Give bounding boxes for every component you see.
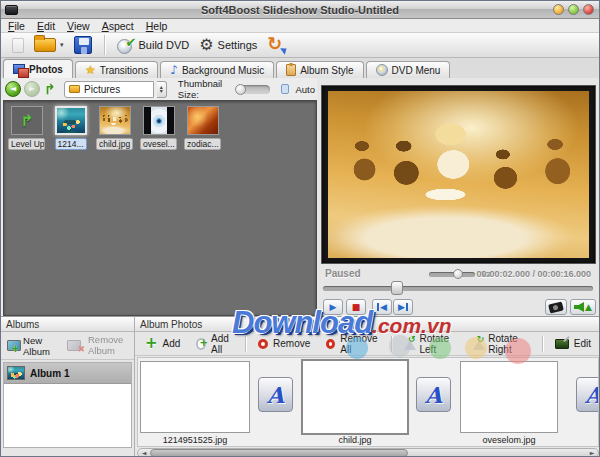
- scroll-left-icon: ◄: [142, 450, 147, 456]
- music-note-icon: ♪: [170, 64, 178, 76]
- new-document-icon: [12, 38, 24, 53]
- camera-icon: [548, 301, 564, 313]
- menu-aspect[interactable]: Aspect: [102, 20, 134, 32]
- strip-filename: oveselom.jpg: [460, 435, 558, 445]
- remove-album-icon: ✖: [67, 340, 84, 352]
- volume-button[interactable]: ▲: [570, 299, 596, 315]
- browser-item-1214[interactable]: 1214...: [52, 106, 89, 154]
- next-icon: ▶: [398, 303, 405, 312]
- plus-icon: +: [11, 343, 20, 354]
- toolbar-separator: [104, 35, 105, 55]
- transition-icon[interactable]: A: [258, 377, 293, 412]
- rotate-left-button[interactable]: ↺ Rotate Left: [399, 331, 460, 357]
- play-icon: ▶: [330, 303, 337, 312]
- add-all-label: Add All: [211, 333, 233, 355]
- stop-icon: ■: [352, 303, 361, 312]
- next-button[interactable]: ▶: [393, 299, 413, 315]
- title-bar: Soft4Boost Slideshow Studio-Untitled: [1, 1, 599, 19]
- back-button[interactable]: ◄: [5, 80, 21, 98]
- plus-icon: +: [199, 338, 207, 348]
- albums-header: Albums: [1, 317, 134, 332]
- open-dropdown-caret-icon[interactable]: ▾: [60, 42, 64, 49]
- browser-item-zodiac[interactable]: zodiac...: [184, 106, 221, 154]
- thumbnail-size-slider[interactable]: [236, 85, 270, 94]
- auto-checkbox[interactable]: [281, 84, 289, 94]
- strip-photo-1214951525[interactable]: [140, 361, 250, 433]
- browser-item-oveselom[interactable]: ovesel...: [140, 106, 177, 154]
- browser-item-level-up[interactable]: ↰ Level Up: [8, 106, 45, 154]
- volume-arrow-icon: ▲: [585, 303, 592, 312]
- playback-buttons-row: ▶ ■ ◀ ▶ ▲: [323, 299, 593, 316]
- clipboard-icon: [286, 64, 296, 76]
- open-project-button[interactable]: ▾: [29, 33, 69, 57]
- strip-photo-child[interactable]: [301, 359, 409, 435]
- forward-arrow-icon: ►: [29, 85, 35, 93]
- previous-button[interactable]: ◀: [372, 299, 392, 315]
- browser-nav-row: ◄ ► ↰ Pictures ▴ ▾ Thumbnail Size: Auto: [3, 78, 317, 100]
- snapshot-button[interactable]: [545, 299, 567, 315]
- edit-button[interactable]: Edit: [551, 336, 595, 351]
- browser-item-child[interactable]: child.jpg: [96, 106, 133, 154]
- underwater-thumbnail: [55, 106, 87, 135]
- browser-item-label: 1214...: [55, 138, 87, 150]
- remove-album-button[interactable]: ✖ Remove Album: [64, 333, 131, 358]
- speed-knob[interactable]: [453, 269, 463, 279]
- speed-slider[interactable]: [429, 272, 475, 277]
- album-name: Album 1: [30, 368, 69, 379]
- menu-file[interactable]: File: [8, 20, 25, 32]
- about-button[interactable]: ↻: [262, 33, 294, 57]
- browser-item-label: child.jpg: [96, 138, 133, 150]
- play-button[interactable]: ▶: [323, 299, 343, 315]
- new-album-button[interactable]: + New Album: [4, 333, 60, 359]
- save-project-button[interactable]: [69, 33, 97, 57]
- rotate-right-button[interactable]: ↻ Rotate Right: [468, 331, 534, 357]
- tab-album-style[interactable]: Album Style: [276, 61, 363, 78]
- tab-transitions-label: Transitions: [100, 65, 149, 76]
- preview-panel: Paused 1x 00:00:02.000 / 00:00:16.000 ▶ …: [317, 78, 599, 316]
- menu-help[interactable]: Help: [146, 20, 168, 32]
- settings-button[interactable]: ⚙ Settings: [194, 33, 262, 57]
- location-dropdown[interactable]: Pictures: [64, 81, 153, 98]
- menu-view[interactable]: View: [67, 20, 90, 32]
- minimize-button[interactable]: [553, 4, 564, 15]
- prev-bar-icon: [377, 303, 379, 311]
- transition-icon[interactable]: A: [416, 377, 451, 412]
- build-dvd-icon: ✔: [117, 36, 135, 54]
- scroll-left-button[interactable]: ◄: [139, 449, 149, 457]
- tab-photos[interactable]: Photos: [3, 59, 73, 78]
- forward-button[interactable]: ►: [24, 80, 40, 98]
- auto-label: Auto: [295, 84, 315, 95]
- tab-dvd-menu[interactable]: DVD Menu: [366, 61, 451, 78]
- seek-thumb[interactable]: [391, 281, 403, 295]
- menu-edit[interactable]: Edit: [37, 20, 55, 32]
- spinner-down-icon[interactable]: ▾: [160, 89, 163, 93]
- build-dvd-button[interactable]: ✔ Build DVD: [112, 33, 195, 57]
- album-list-item[interactable]: Album 1: [4, 363, 131, 384]
- tab-background-music[interactable]: ♪ Background Music: [160, 61, 274, 78]
- transition-icon[interactable]: A: [576, 377, 599, 412]
- toolbar-separator: [245, 336, 246, 352]
- edit-label: Edit: [574, 338, 591, 349]
- up-arrow-icon: ↰: [44, 82, 56, 96]
- location-spinner[interactable]: ▴ ▾: [157, 81, 167, 98]
- window-controls: [553, 4, 594, 15]
- seek-slider[interactable]: [323, 286, 593, 291]
- filmstrip-scrollbar[interactable]: ◄ ►: [137, 448, 599, 457]
- up-level-button[interactable]: ↰: [43, 80, 57, 98]
- browser-item-label: Level Up: [8, 138, 45, 150]
- thumbnail-size-knob[interactable]: [235, 84, 246, 95]
- maximize-button[interactable]: [568, 4, 579, 15]
- strip-photo-oveselom[interactable]: [460, 361, 558, 433]
- scrollbar-thumb[interactable]: [150, 449, 408, 457]
- close-button[interactable]: [583, 4, 594, 15]
- add-button[interactable]: + Add: [141, 334, 184, 353]
- remove-button[interactable]: Remove: [254, 336, 314, 351]
- new-project-button[interactable]: [7, 33, 29, 57]
- stop-button[interactable]: ■: [346, 299, 366, 315]
- remove-all-button[interactable]: Remove All: [322, 331, 382, 357]
- add-all-button[interactable]: + Add All: [192, 331, 237, 357]
- scroll-right-button[interactable]: ►: [587, 449, 597, 457]
- tab-transitions[interactable]: ★ Transitions: [75, 61, 158, 78]
- photos-icon: [13, 64, 25, 74]
- time-display: 00:00:02.000 / 00:00:16.000: [476, 269, 591, 279]
